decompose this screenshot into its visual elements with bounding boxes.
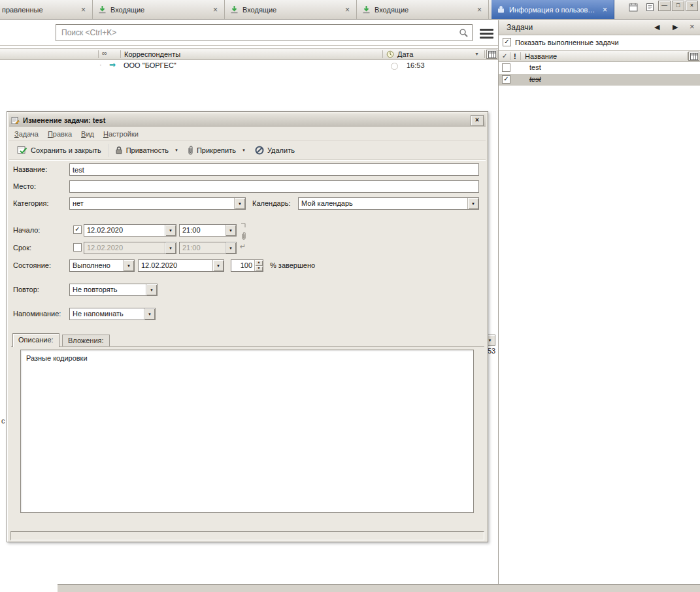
tab-close-icon[interactable]: × <box>476 5 483 14</box>
sort-icon[interactable]: ▼ <box>475 52 479 56</box>
maximize-button[interactable]: □ <box>672 1 684 11</box>
caret-down-icon[interactable]: ▼ <box>225 242 236 254</box>
dialog-toolbar: Сохранить и закрыть Приватность ▼ Прикре… <box>9 141 486 160</box>
task-edit-icon <box>11 116 20 125</box>
tab-label: правленные <box>2 6 76 14</box>
calendar-icon[interactable] <box>627 1 639 12</box>
column-date[interactable]: Дата <box>397 50 413 58</box>
place-field[interactable] <box>69 180 479 193</box>
start-enabled-checkbox[interactable] <box>73 225 82 234</box>
state-label: Состояние: <box>13 261 51 269</box>
menu-icon[interactable] <box>480 27 493 41</box>
description-textarea[interactable]: Разные кодировки <box>20 350 474 513</box>
attach-button[interactable]: Прикрепить ▼ <box>183 142 250 158</box>
close-icon[interactable]: × <box>690 22 695 31</box>
caret-down-icon[interactable]: ▼ <box>165 242 176 254</box>
caret-down-icon: ▼ <box>488 338 492 342</box>
due-time-select[interactable]: 21:00 ▼ <box>179 242 237 254</box>
menu-edit[interactable]: Правка <box>48 130 72 138</box>
calendar-label: Календарь: <box>252 199 291 207</box>
reminder-select[interactable]: Не напоминать ▼ <box>69 308 156 320</box>
completed-column-icon[interactable]: ✓ <box>502 52 507 59</box>
state-date-select[interactable]: 12.02.2020 ▼ <box>138 259 224 272</box>
priority-column[interactable]: ! <box>514 52 516 60</box>
tab-sent[interactable]: правленные × <box>0 0 93 19</box>
menu-settings[interactable]: Настройки <box>103 130 139 138</box>
attachment-column-icon[interactable]: ∞ <box>102 49 107 57</box>
column-picker-icon[interactable] <box>486 50 497 59</box>
menu-view[interactable]: Вид <box>81 130 94 138</box>
tab-description[interactable]: Описание: <box>12 333 59 347</box>
start-date-select[interactable]: 12.02.2020 ▼ <box>84 224 176 237</box>
next-icon[interactable]: ▶ <box>673 23 678 31</box>
caret-down-icon[interactable]: ▼ <box>234 198 245 209</box>
name-column[interactable]: Название <box>525 52 557 60</box>
due-time-value: 21:00 <box>180 242 225 254</box>
caret-down-icon[interactable]: ▼ <box>165 225 176 236</box>
start-time-select[interactable]: 21:00 ▼ <box>179 224 237 237</box>
tasks-panel-title: Задачи <box>507 23 533 32</box>
due-enabled-checkbox[interactable] <box>73 243 82 252</box>
mail-row[interactable]: · ⇒ ООО "БОРГЕС" 16:53 <box>0 61 498 71</box>
caret-down-icon[interactable]: ▼ <box>144 308 155 320</box>
tasks-panel: Задачи ◀ ▶ × Показать выполненные задачи… <box>498 20 700 584</box>
spin-up-icon[interactable]: ▲ <box>254 260 263 266</box>
tasks-panel-header: Задачи ◀ ▶ × <box>499 20 700 35</box>
search-input[interactable] <box>56 28 455 37</box>
close-button[interactable]: × <box>686 1 698 11</box>
tab-inbox-1[interactable]: Входящие × <box>93 0 225 19</box>
tab-close-icon[interactable]: × <box>212 5 219 14</box>
delete-button[interactable]: Удалить <box>250 142 299 158</box>
dialog-close-button[interactable]: × <box>471 115 484 126</box>
caret-down-icon[interactable]: ▼ <box>242 148 246 152</box>
due-date-value: 12.02.2020 <box>84 242 165 254</box>
percent-label: % завершено <box>270 261 315 269</box>
save-and-close-label: Сохранить и закрыть <box>31 146 101 154</box>
caret-down-icon[interactable]: ▼ <box>225 225 236 236</box>
menu-task[interactable]: Задача <box>14 130 39 138</box>
dialog-status-bar <box>10 531 484 540</box>
show-completed-checkbox[interactable] <box>503 38 511 46</box>
dialog-title-bar[interactable]: Изменение задачи: test × <box>9 114 486 127</box>
save-and-close-button[interactable]: Сохранить и закрыть <box>12 142 106 158</box>
column-separator <box>520 52 521 60</box>
name-field[interactable] <box>69 163 479 176</box>
caret-down-icon[interactable]: ▼ <box>175 148 178 152</box>
tab-close-icon[interactable]: × <box>601 5 608 14</box>
category-select[interactable]: нет ▼ <box>69 197 246 210</box>
notes-icon[interactable] <box>644 1 656 12</box>
attach-label: Прикрепить <box>197 146 236 154</box>
search-icon[interactable] <box>455 28 472 38</box>
caret-down-icon[interactable]: ▼ <box>146 284 157 295</box>
clock-icon <box>391 63 398 70</box>
tab-close-icon[interactable]: × <box>344 5 351 14</box>
spin-down-icon[interactable]: ▼ <box>254 266 263 272</box>
minimize-button[interactable]: — <box>658 1 671 11</box>
tab-inbox-2[interactable]: Входящие × <box>225 0 357 19</box>
caret-down-icon[interactable]: ▼ <box>123 260 134 271</box>
start-label: Начало: <box>13 226 40 234</box>
tab-close-icon[interactable]: × <box>80 5 87 14</box>
percent-spinner[interactable]: 100 ▲ ▼ <box>231 259 263 272</box>
bottom-scroll-strip[interactable] <box>58 584 700 592</box>
task-row-selected[interactable]: test <box>499 74 700 86</box>
column-picker-icon[interactable] <box>688 52 699 61</box>
tab-inbox-3[interactable]: Входящие × <box>357 0 489 19</box>
task-row[interactable]: test <box>499 62 700 74</box>
privacy-button[interactable]: Приватность ▼ <box>110 142 183 158</box>
repeat-select[interactable]: Не повторять ▼ <box>69 284 158 296</box>
caret-down-icon[interactable]: ▼ <box>212 260 224 271</box>
column-separator <box>98 50 99 58</box>
column-correspondents[interactable]: Корреспонденты <box>124 50 180 58</box>
task-done-checkbox[interactable] <box>502 63 510 72</box>
calendar-select[interactable]: Мой календарь ▼ <box>298 197 479 210</box>
tab-user-info[interactable]: Информация о пользоват ... × <box>492 0 614 19</box>
state-select[interactable]: Выполнено ▼ <box>69 259 135 272</box>
task-done-checkbox[interactable] <box>502 75 510 84</box>
caret-down-icon[interactable]: ▼ <box>467 198 478 209</box>
column-separator <box>510 52 510 60</box>
reminder-value: Не напоминать <box>70 308 144 320</box>
due-date-select[interactable]: 12.02.2020 ▼ <box>84 242 176 254</box>
prev-icon[interactable]: ◀ <box>654 23 659 31</box>
tab-attachments[interactable]: Вложения: <box>62 335 110 346</box>
